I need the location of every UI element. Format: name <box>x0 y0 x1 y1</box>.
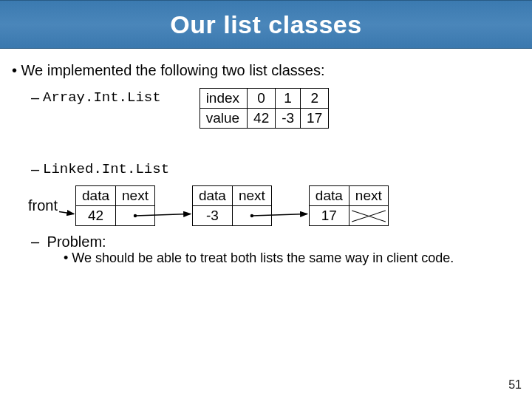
node-1: data next -3 <box>192 185 272 226</box>
bullet-arrayintlist: – Array.Int.List index 0 1 2 value 42 -3… <box>31 89 520 129</box>
array-table: index 0 1 2 value 42 -3 17 <box>200 88 330 129</box>
array-value-1: -3 <box>276 109 301 129</box>
problem-detail: We should be able to treat both lists th… <box>64 250 520 266</box>
array-row-value-label: value <box>200 109 247 129</box>
node-0-data: 42 <box>76 206 116 226</box>
node-0-next-h: next <box>116 186 155 206</box>
page-number: 51 <box>508 378 522 392</box>
linked-list-row: front data next 42 <box>31 185 520 226</box>
array-index-1: 1 <box>276 89 301 109</box>
node-2-data-h: data <box>309 186 349 206</box>
slide-title: Our list classes <box>170 10 361 39</box>
bullet-linkedintlist: – Linked.Int.List <box>31 161 520 178</box>
array-index-2: 2 <box>301 89 329 109</box>
node-1-data-h: data <box>192 186 232 206</box>
linked-list-diagram: front data next 42 <box>28 185 520 226</box>
slide: Our list classes We implemented the foll… <box>0 0 532 399</box>
class-name-array: Array.Int.List <box>43 89 161 106</box>
bullet-implemented: We implemented the following two list cl… <box>12 62 520 79</box>
slide-body: We implemented the following two list cl… <box>0 49 532 266</box>
array-value-2: 17 <box>301 109 329 129</box>
node-0-data-h: data <box>76 186 116 206</box>
array-row-index-label: index <box>200 89 247 109</box>
problem-label: Problem: <box>47 233 106 250</box>
node-2: data next 17 <box>309 185 389 226</box>
node-2-next-h: next <box>349 186 388 206</box>
array-index-0: 0 <box>248 89 276 109</box>
array-value-0: 42 <box>248 109 276 129</box>
node-1-next-h: next <box>232 186 271 206</box>
title-band: Our list classes <box>0 0 532 49</box>
node-1-next <box>232 206 271 226</box>
node-2-data: 17 <box>309 206 349 226</box>
front-label: front <box>28 197 58 214</box>
node-0: data next 42 <box>75 185 155 226</box>
null-icon <box>349 206 388 225</box>
node-0-next <box>116 206 155 226</box>
node-2-next <box>349 206 388 226</box>
class-name-linked: Linked.Int.List <box>43 161 169 177</box>
bullet-problem: – Problem: We should be able to treat bo… <box>31 233 520 266</box>
node-1-data: -3 <box>192 206 232 226</box>
